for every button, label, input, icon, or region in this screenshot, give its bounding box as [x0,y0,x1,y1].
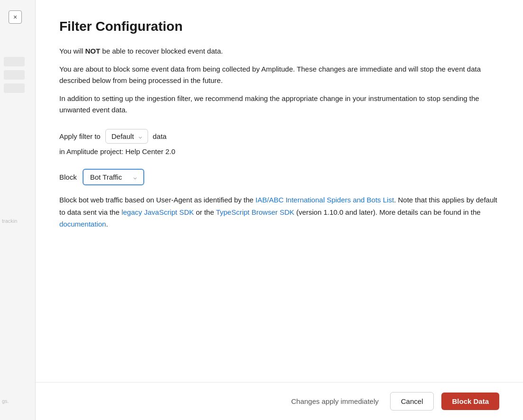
warning-suffix: be able to recover blocked event data. [100,47,223,55]
warning-prefix: You will [59,47,85,55]
modal-footer: Changes apply immediately Cancel Block D… [36,382,523,420]
bg-tracking-text: trackin [2,218,35,224]
desc-mid2: or the [194,208,216,216]
block-data-button[interactable]: Block Data [441,393,499,410]
legacy-js-sdk-link[interactable]: legacy JavaScript SDK [121,208,194,216]
block-description: Block bot web traffic based on User-Agen… [59,194,499,230]
filter-suffix: data [153,132,167,140]
block-dropdown-value: Bot Traffic [90,173,122,181]
close-icon: × [13,13,17,21]
block-row: Block Bot Traffic ⌵ [59,169,499,185]
chevron-down-icon-2: ⌵ [133,174,137,181]
modal-container: Filter Configuration You will NOT be abl… [36,0,523,420]
filter-row: Apply filter to Default ⌵ data [59,129,499,144]
desc-pre-link1: Block bot web traffic based on User-Agen… [59,196,255,204]
desc-post: (version 1.10.0 and later). More details… [294,208,481,216]
warning-line1: You will NOT be able to recover blocked … [59,46,499,57]
warning-not: NOT [85,47,100,55]
typescript-sdk-link[interactable]: TypeScript Browser SDK [216,208,294,216]
block-label: Block [59,173,77,181]
description1: You are about to block some event data f… [59,64,499,86]
modal-title: Filter Configuration [59,19,499,34]
bg-settings-text: gs. [2,398,35,404]
iab-link[interactable]: IAB/ABC International Spiders and Bots L… [255,196,394,204]
cancel-button[interactable]: Cancel [390,392,434,411]
close-button[interactable]: × [9,10,22,24]
filter-dropdown[interactable]: Default ⌵ [105,129,148,144]
chevron-down-icon: ⌵ [139,133,142,140]
block-dropdown[interactable]: Bot Traffic ⌵ [83,169,144,185]
project-label: in Amplitude project: Help Center 2.0 [59,147,499,155]
filter-prefix: Apply filter to [59,132,101,140]
sidebar-panel [0,0,36,420]
documentation-link[interactable]: documentation [59,220,106,228]
description2: In addition to setting up the ingestion … [59,93,499,116]
modal-content: Filter Configuration You will NOT be abl… [36,0,523,382]
filter-dropdown-value: Default [112,132,134,140]
desc-end: . [106,220,108,228]
footer-note: Changes apply immediately [291,397,379,405]
